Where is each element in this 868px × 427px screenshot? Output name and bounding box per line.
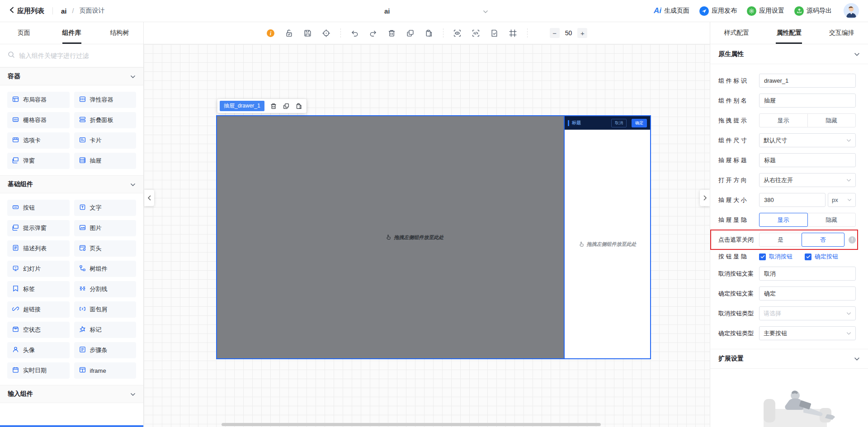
cancel-type-select[interactable]: 请选择: [759, 306, 856, 320]
app-settings-button[interactable]: 应用设置: [747, 6, 784, 16]
component-item-iframe[interactable]: iframe: [74, 362, 137, 379]
canvas-viewport[interactable]: 抽屉_drawer_1 拖拽左侧组件放至此处: [144, 44, 710, 427]
confirm-button-checkbox[interactable]: 确定按钮: [805, 253, 838, 261]
breadcrumb-app[interactable]: ai: [61, 7, 67, 15]
drag-hint-hide-option[interactable]: 隐藏: [807, 113, 856, 127]
sidebar-horizontal-scrollbar[interactable]: [0, 425, 144, 427]
button-icon: [12, 204, 19, 212]
preview-icon[interactable]: [453, 28, 462, 38]
component-item-layout-container[interactable]: 布局容器: [7, 92, 70, 108]
component-item-modal[interactable]: 弹窗: [7, 153, 70, 169]
mask-close-yes-option[interactable]: 是: [759, 233, 802, 247]
generate-page-button[interactable]: Ai 生成页面: [654, 6, 689, 15]
section-basic[interactable]: 基础组件: [0, 175, 143, 193]
component-item-marker[interactable]: 标记: [74, 322, 137, 338]
component-item-alert-modal[interactable]: 提示弹窗: [7, 220, 70, 236]
collapse-right-panel-button[interactable]: [700, 190, 710, 206]
copy-component-icon[interactable]: [283, 103, 290, 110]
copy-icon[interactable]: [406, 28, 415, 38]
component-item-divider[interactable]: 分割线: [74, 281, 137, 297]
tab-pages[interactable]: 页面: [0, 22, 48, 44]
drawer-size-unit-select[interactable]: px: [828, 193, 856, 207]
drawer-panel[interactable]: 标题 取消 确定 拖拽左侧组件放至此处: [564, 116, 650, 358]
drawer-component-selected[interactable]: 拖拽左侧组件放至此处 标题 取消 确定 拖: [216, 115, 651, 359]
component-item-image[interactable]: 图片: [74, 220, 137, 236]
delete-component-icon[interactable]: [270, 103, 277, 110]
collapse-left-panel-button[interactable]: [144, 190, 154, 206]
drawer-visibility-hide-option[interactable]: 隐藏: [807, 213, 856, 227]
section-container[interactable]: 容器: [0, 67, 143, 85]
component-item-hyperlink[interactable]: 超链接: [7, 301, 70, 318]
drawer-visibility-show-option[interactable]: 显示: [759, 213, 808, 227]
confirm-text-input[interactable]: [759, 286, 856, 300]
component-item-flex-container[interactable]: 弹性容器: [74, 92, 137, 108]
app-publish-button[interactable]: 应用发布: [699, 6, 737, 16]
cancel-button-checkbox[interactable]: 取消按钮: [759, 253, 793, 261]
tab-style-config[interactable]: 样式配置: [710, 22, 763, 44]
source-code-icon[interactable]: [472, 28, 481, 38]
drawer-size-input[interactable]: [759, 193, 826, 207]
unlock-icon[interactable]: [285, 28, 294, 38]
back-to-app-list-button[interactable]: 应用列表: [9, 7, 44, 15]
component-alias-input[interactable]: [759, 94, 856, 108]
drawer-confirm-button[interactable]: 确定: [632, 119, 647, 127]
tab-structure-tree[interactable]: 结构树: [95, 22, 143, 44]
component-item-carousel[interactable]: 幻灯片: [7, 261, 70, 277]
component-item-tree[interactable]: 树组件: [74, 261, 137, 277]
iframe-icon: [79, 366, 86, 375]
confirm-type-select[interactable]: 主要按钮: [759, 326, 856, 340]
tab-props-config[interactable]: 属性配置: [763, 22, 815, 44]
component-item-card[interactable]: 卡片: [74, 132, 137, 149]
section-input[interactable]: 输入组件: [0, 385, 143, 403]
component-item-breadcrumb[interactable]: 面包屑: [74, 301, 137, 318]
page-check-icon[interactable]: [490, 28, 499, 38]
cancel-text-input[interactable]: [759, 267, 856, 281]
component-item-tag[interactable]: 标签: [7, 281, 70, 297]
component-item-grid-container[interactable]: 栅格容器: [7, 112, 70, 128]
info-icon[interactable]: i: [266, 28, 275, 38]
component-id-input[interactable]: [759, 74, 856, 88]
section-native-props[interactable]: 原生属性: [710, 44, 868, 64]
component-item-drawer[interactable]: 抽屉: [74, 153, 137, 169]
component-item-realtime-date[interactable]: 实时日期: [7, 362, 70, 379]
source-export-button[interactable]: 源码导出: [794, 6, 832, 16]
native-props-fields: 组 件 标 识 组 件 别 名 拖 拽 提 示 显示 隐藏: [710, 64, 868, 349]
user-avatar[interactable]: [844, 3, 859, 19]
undo-icon[interactable]: [350, 28, 359, 38]
component-item-tabs[interactable]: 选项卡: [7, 132, 70, 149]
page-selector-dropdown[interactable]: ai: [384, 0, 488, 22]
component-item-page-header[interactable]: 页头: [74, 240, 137, 257]
delete-icon[interactable]: [387, 28, 396, 38]
drawer-mask-overlay[interactable]: 拖拽左侧组件放至此处: [217, 116, 564, 358]
locate-icon[interactable]: [322, 28, 331, 38]
paste-icon[interactable]: [425, 28, 434, 38]
component-item-button[interactable]: 按钮: [7, 200, 70, 216]
drawer-cancel-button[interactable]: 取消: [611, 119, 627, 127]
component-item-steps[interactable]: 步骤条: [74, 342, 137, 358]
section-extended-settings[interactable]: 扩展设置: [710, 349, 868, 369]
artboard-icon[interactable]: [509, 28, 518, 38]
paste-component-icon[interactable]: [295, 103, 302, 110]
component-item-empty-state[interactable]: 空状态: [7, 322, 70, 338]
tab-interaction-config[interactable]: 交互编排: [816, 22, 868, 44]
breadcrumb-icon: [79, 305, 86, 314]
redo-icon[interactable]: [369, 28, 378, 38]
field-mask-close: 点击遮罩关闭 是 否 !: [718, 233, 856, 247]
zoom-in-button[interactable]: +: [577, 28, 587, 38]
component-item-description-list[interactable]: 描述列表: [7, 240, 70, 257]
drawer-title-input[interactable]: [759, 153, 856, 167]
tab-component-library[interactable]: 组件库: [48, 22, 96, 44]
mask-close-no-option[interactable]: 否: [802, 233, 844, 247]
component-size-select[interactable]: 默认尺寸: [759, 133, 856, 147]
zoom-out-button[interactable]: −: [550, 28, 560, 38]
save-icon[interactable]: [303, 28, 312, 38]
drag-hint-show-option[interactable]: 显示: [759, 113, 808, 127]
component-item-text[interactable]: 文字: [74, 200, 137, 216]
drawer-body[interactable]: 拖拽左侧组件放至此处: [565, 130, 650, 358]
component-item-avatar[interactable]: 头像: [7, 342, 70, 358]
component-search-input[interactable]: [19, 52, 136, 59]
open-direction-select[interactable]: 从右往左开: [759, 173, 856, 187]
component-item-collapse-panel[interactable]: 折叠面板: [74, 112, 137, 128]
info-tooltip-icon[interactable]: !: [849, 236, 856, 244]
canvas-horizontal-scrollbar[interactable]: [222, 423, 601, 426]
